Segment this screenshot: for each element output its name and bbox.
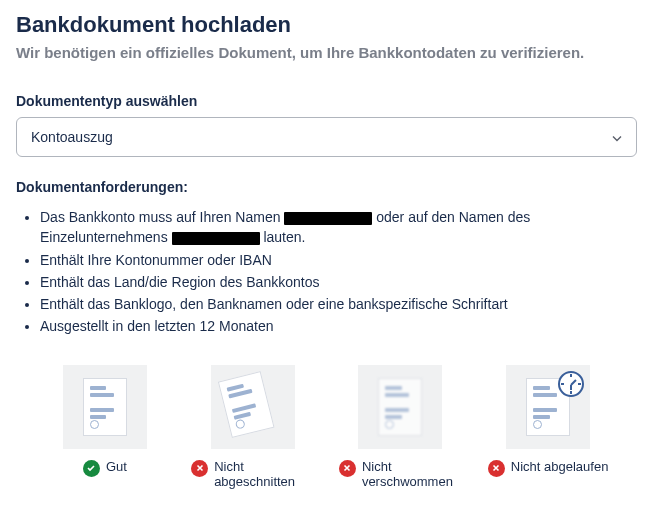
example-not-expired: Nicht abgelaufen [479,365,617,489]
req-text: Das Bankkonto muss auf Ihren Namen [40,209,284,225]
cross-icon [191,460,208,477]
example-label: Nicht abgeschnitten [214,459,314,489]
example-thumb [358,365,442,449]
redacted-name [284,212,372,225]
requirement-item: Enthält das Banklogo, den Banknamen oder… [40,294,637,314]
req-text: lauten. [260,229,306,245]
requirement-item: Enthält das Land/die Region des Bankkont… [40,272,637,292]
redacted-company [172,232,260,245]
document-icon [83,378,127,436]
example-label: Nicht abgelaufen [511,459,609,474]
doctype-label: Dokumententyp auswählen [16,93,637,109]
example-thumb [506,365,590,449]
example-not-blurry: Nicht verschwommen [332,365,470,489]
requirement-item: Enthält Ihre Kontonummer oder IBAN [40,250,637,270]
example-label: Gut [106,459,127,474]
example-label: Nicht verschwommen [362,459,462,489]
requirement-item: Das Bankkonto muss auf Ihren Namen oder … [40,207,637,248]
cross-icon [488,460,505,477]
cross-icon [339,460,356,477]
document-icon [378,378,422,436]
chevron-down-icon [612,128,622,146]
document-icon [217,371,274,438]
example-thumb [63,365,147,449]
example-good: Gut [36,365,174,489]
doctype-select[interactable]: Kontoauszug [16,117,637,157]
requirement-item: Ausgestellt in den letzten 12 Monaten [40,316,637,336]
check-icon [83,460,100,477]
requirements-list: Das Bankkonto muss auf Ihren Namen oder … [16,207,637,337]
examples-row: Gut Nicht abgeschnitten [16,365,637,489]
example-not-cropped: Nicht abgeschnitten [184,365,322,489]
page-subtitle: Wir benötigen ein offizielles Dokument, … [16,44,637,61]
clock-icon [558,371,584,397]
requirements-heading: Dokumentanforderungen: [16,179,637,195]
page-title: Bankdokument hochladen [16,12,637,38]
example-thumb [211,365,295,449]
doctype-selected-value: Kontoauszug [31,129,113,145]
